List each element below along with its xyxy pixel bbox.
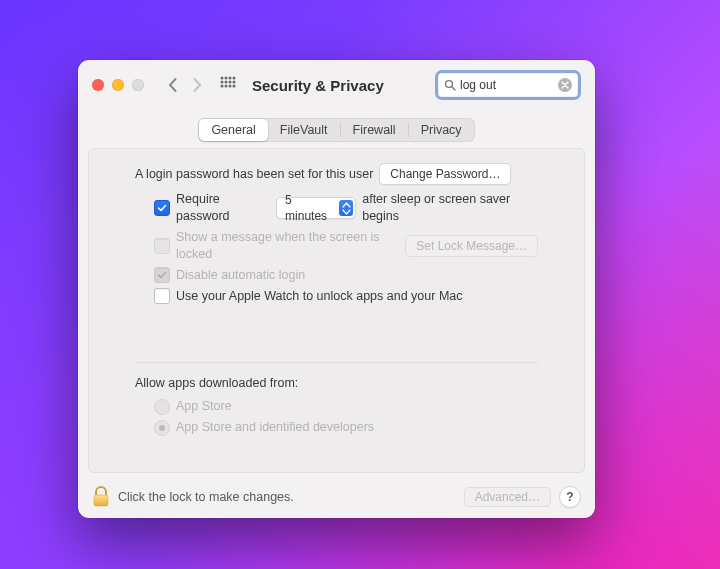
lock-button[interactable]	[92, 486, 110, 508]
forward-button[interactable]	[192, 78, 202, 92]
svg-point-4	[221, 80, 224, 83]
allow-appstore-identified-radio	[154, 420, 170, 436]
delay-value: 5 minutes	[285, 192, 333, 224]
svg-rect-14	[94, 495, 108, 506]
window-footer: Click the lock to make changes. Advanced…	[78, 475, 595, 518]
disable-auto-login-checkbox	[154, 267, 170, 283]
search-query-text: log out	[460, 78, 554, 92]
minimize-window-button[interactable]	[112, 79, 124, 91]
clear-search-button[interactable]	[558, 78, 572, 92]
advanced-button: Advanced…	[464, 487, 551, 507]
svg-point-8	[221, 84, 224, 87]
after-sleep-label: after sleep or screen saver begins	[362, 191, 538, 225]
help-button[interactable]: ?	[559, 486, 581, 508]
desktop-background: Security & Privacy log out General FileV…	[0, 0, 720, 569]
svg-line-13	[452, 87, 455, 90]
svg-point-11	[233, 84, 236, 87]
allow-appstore-radio	[154, 399, 170, 415]
svg-point-2	[229, 76, 232, 79]
disable-auto-login-label: Disable automatic login	[176, 267, 305, 284]
require-password-label: Require password	[176, 191, 270, 225]
allow-appstore-label: App Store	[176, 398, 232, 415]
close-window-button[interactable]	[92, 79, 104, 91]
svg-point-10	[229, 84, 232, 87]
show-all-button[interactable]	[220, 76, 236, 95]
show-message-checkbox	[154, 238, 170, 254]
tab-bar: General FileVault Firewall Privacy	[198, 118, 474, 142]
require-password-checkbox[interactable]	[154, 200, 170, 216]
stepper-icon	[339, 200, 353, 216]
zoom-window-button[interactable]	[132, 79, 144, 91]
svg-point-3	[233, 76, 236, 79]
tab-firewall[interactable]: Firewall	[341, 119, 408, 141]
tab-privacy[interactable]: Privacy	[409, 119, 474, 141]
radio-dot-icon	[159, 425, 165, 431]
show-message-label: Show a message when the screen is locked	[176, 229, 399, 263]
content-area: General FileVault Firewall Privacy A log…	[78, 110, 595, 475]
allow-appstore-identified-label: App Store and identified developers	[176, 419, 374, 436]
svg-point-1	[225, 76, 228, 79]
apple-watch-unlock-label: Use your Apple Watch to unlock apps and …	[176, 288, 463, 305]
set-lock-message-button: Set Lock Message…	[405, 235, 538, 257]
page-title: Security & Privacy	[252, 77, 384, 94]
general-panel: A login password has been set for this u…	[88, 148, 585, 473]
search-field[interactable]: log out	[435, 70, 581, 100]
apple-watch-unlock-checkbox[interactable]	[154, 288, 170, 304]
svg-point-0	[221, 76, 224, 79]
window-controls	[92, 79, 144, 91]
back-button[interactable]	[168, 78, 178, 92]
svg-point-5	[225, 80, 228, 83]
tab-general[interactable]: General	[199, 119, 267, 141]
require-password-delay-select[interactable]: 5 minutes	[276, 197, 356, 219]
svg-point-6	[229, 80, 232, 83]
divider	[135, 362, 538, 363]
allow-apps-label: Allow apps downloaded from:	[135, 375, 298, 392]
svg-point-7	[233, 80, 236, 83]
search-icon	[444, 79, 456, 91]
login-password-set-label: A login password has been set for this u…	[135, 166, 373, 183]
tab-filevault[interactable]: FileVault	[268, 119, 340, 141]
svg-point-9	[225, 84, 228, 87]
system-preferences-window: Security & Privacy log out General FileV…	[78, 60, 595, 518]
lock-hint-text: Click the lock to make changes.	[118, 490, 294, 504]
window-toolbar: Security & Privacy log out	[78, 60, 595, 110]
change-password-button[interactable]: Change Password…	[379, 163, 511, 185]
